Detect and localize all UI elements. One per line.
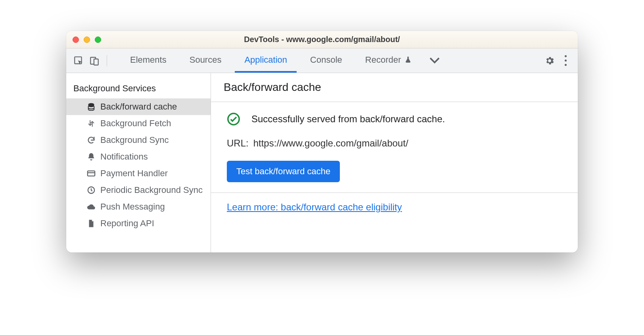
tab-label: Application: [244, 55, 287, 65]
sidebar-item-label: Reporting API: [100, 218, 154, 229]
devtools-window: DevTools - www.google.com/gmail/about/ E…: [66, 31, 578, 252]
window-controls: [73, 37, 101, 43]
sync-icon: [86, 135, 96, 145]
flask-icon: [404, 56, 412, 64]
url-value: https://www.google.com/gmail/about/: [253, 138, 408, 149]
svg-rect-4: [88, 171, 95, 176]
database-icon: [86, 102, 96, 112]
sidebar-item-background-sync[interactable]: Background Sync: [66, 132, 211, 148]
maximize-window-button[interactable]: [95, 37, 101, 43]
tab-label: Elements: [130, 55, 167, 65]
more-tabs-button[interactable]: [424, 57, 445, 64]
panel-body: Background Services Back/forward cache B…: [66, 73, 578, 252]
sidebar-item-label: Back/forward cache: [100, 102, 177, 112]
sidebar-item-push-messaging[interactable]: Push Messaging: [66, 198, 211, 215]
bell-icon: [86, 152, 96, 162]
status-row: Successfully served from back/forward ca…: [227, 112, 562, 126]
window-title: DevTools - www.google.com/gmail/about/: [66, 35, 578, 44]
test-bfcache-button[interactable]: Test back/forward cache: [227, 161, 340, 182]
minimize-window-button[interactable]: [84, 37, 90, 43]
sidebar-item-label: Push Messaging: [100, 202, 165, 212]
sidebar-items: Back/forward cache Background Fetch Back…: [66, 98, 211, 232]
status-message: Successfully served from back/forward ca…: [251, 114, 445, 125]
tab-label: Recorder: [365, 55, 401, 65]
sidebar-item-label: Background Sync: [100, 135, 169, 145]
devtools-toolbar: Elements Sources Application Console Rec…: [66, 48, 578, 73]
clock-icon: [86, 185, 96, 195]
sidebar-item-background-fetch[interactable]: Background Fetch: [66, 115, 211, 132]
document-icon: [86, 218, 96, 229]
sidebar-item-notifications[interactable]: Notifications: [66, 148, 211, 165]
svg-rect-2: [94, 59, 98, 65]
tab-application[interactable]: Application: [235, 48, 297, 73]
cloud-icon: [86, 202, 96, 212]
titlebar: DevTools - www.google.com/gmail/about/: [66, 31, 578, 48]
sidebar-item-label: Payment Handler: [100, 168, 168, 179]
tab-console[interactable]: Console: [301, 48, 352, 73]
tab-label: Console: [310, 55, 342, 65]
url-row: URL: https://www.google.com/gmail/about/: [227, 138, 562, 149]
inspect-element-icon[interactable]: [72, 54, 85, 67]
sidebar-item-reporting-api[interactable]: Reporting API: [66, 215, 211, 232]
tab-elements[interactable]: Elements: [121, 48, 176, 73]
sidebar-item-label: Background Fetch: [100, 118, 171, 129]
sidebar-item-periodic-sync[interactable]: Periodic Background Sync: [66, 182, 211, 198]
tab-label: Sources: [190, 55, 222, 65]
panel-title: Back/forward cache: [211, 73, 578, 102]
fetch-arrows-icon: [86, 118, 96, 129]
application-sidebar: Background Services Back/forward cache B…: [66, 73, 211, 252]
tab-recorder[interactable]: Recorder: [356, 48, 422, 73]
sidebar-item-label: Periodic Background Sync: [100, 185, 203, 195]
panel-content: Successfully served from back/forward ca…: [211, 102, 578, 193]
sidebar-section-heading: Background Services: [66, 79, 211, 98]
device-toolbar-icon[interactable]: [88, 54, 101, 67]
learn-more-link[interactable]: Learn more: back/forward cache eligibili…: [227, 202, 402, 212]
success-check-icon: [227, 112, 240, 126]
svg-rect-0: [75, 57, 81, 64]
credit-card-icon: [86, 168, 96, 179]
sidebar-item-payment-handler[interactable]: Payment Handler: [66, 165, 211, 182]
sidebar-item-bfcache[interactable]: Back/forward cache: [66, 98, 211, 115]
settings-icon[interactable]: [543, 54, 556, 67]
more-options-icon[interactable]: [559, 54, 572, 67]
toolbar-divider: [107, 55, 107, 66]
panel-footer: Learn more: back/forward cache eligibili…: [211, 193, 578, 221]
tab-sources[interactable]: Sources: [180, 48, 231, 73]
sidebar-item-label: Notifications: [100, 152, 148, 162]
bfcache-panel: Back/forward cache Successfully served f…: [211, 73, 578, 252]
url-label: URL:: [227, 138, 249, 149]
panel-tabs: Elements Sources Application Console Rec…: [121, 48, 422, 73]
close-window-button[interactable]: [73, 37, 79, 43]
